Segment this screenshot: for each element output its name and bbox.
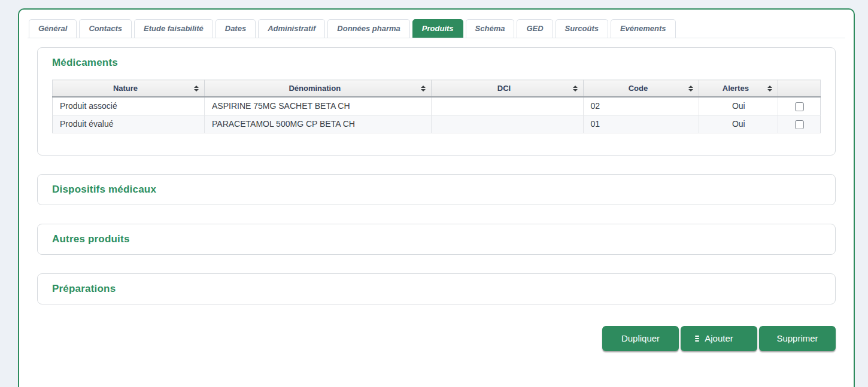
tab-schema[interactable]: Schéma: [466, 19, 515, 38]
column-header-alertes[interactable]: Alertes: [699, 80, 778, 97]
table-header-row: Nature Dénomination DCI Code: [53, 80, 821, 97]
cell-alertes: Oui: [699, 97, 778, 115]
column-header-code[interactable]: Code: [583, 80, 699, 97]
section-autres-produits[interactable]: Autres produits: [37, 224, 836, 255]
list-bars-icon: [695, 336, 699, 342]
tab-content: Médicaments Nature Dénomination: [37, 47, 836, 304]
column-header-label: Alertes: [723, 84, 749, 93]
table-row[interactable]: Produit évalué PARACETAMOL 500MG CP BETA…: [53, 115, 821, 133]
supprimer-button[interactable]: Supprimer: [759, 326, 836, 351]
cell-select: [778, 115, 821, 133]
column-header-label: Dénomination: [289, 84, 341, 93]
sort-icon: [573, 86, 578, 92]
tab-general[interactable]: Général: [29, 19, 77, 38]
tab-surcouts[interactable]: Surcoûts: [556, 19, 608, 38]
sort-icon: [767, 86, 772, 92]
cell-denomination: PARACETAMOL 500MG CP BETA CH: [205, 115, 431, 133]
row-checkbox[interactable]: [795, 102, 804, 111]
ajouter-button[interactable]: Ajouter: [681, 326, 757, 351]
section-title-dispositifs: Dispositifs médicaux: [52, 184, 821, 196]
tab-etude-faisabilite[interactable]: Etude faisabilité: [134, 19, 213, 38]
section-title-preparations: Préparations: [52, 283, 821, 295]
cell-denomination: ASPIRINE 75MG SACHET BETA CH: [205, 97, 431, 115]
column-header-dci[interactable]: DCI: [431, 80, 583, 97]
row-checkbox[interactable]: [795, 120, 804, 129]
column-header-nature[interactable]: Nature: [53, 80, 205, 97]
table-row[interactable]: Produit associé ASPIRINE 75MG SACHET BET…: [53, 97, 821, 115]
cell-alertes: Oui: [699, 115, 778, 133]
cell-dci: [431, 115, 583, 133]
cell-code: 02: [583, 97, 699, 115]
dupliquer-button[interactable]: Dupliquer: [602, 326, 679, 351]
cell-dci: [431, 97, 583, 115]
main-panel: Général Contacts Etude faisabilité Dates…: [18, 8, 855, 387]
tab-produits[interactable]: Produits: [412, 19, 463, 38]
section-preparations[interactable]: Préparations: [37, 273, 836, 304]
tab-ged[interactable]: GED: [517, 19, 553, 38]
cell-select: [778, 97, 821, 115]
section-title-autres: Autres produits: [52, 233, 821, 245]
cell-nature: Produit évalué: [53, 115, 205, 133]
column-header-select: [778, 80, 821, 97]
tab-administratif[interactable]: Administratif: [258, 19, 325, 38]
section-title-medicaments: Médicaments: [52, 57, 821, 69]
column-header-label: Nature: [113, 84, 138, 93]
tab-dates[interactable]: Dates: [216, 19, 256, 38]
medicaments-table: Nature Dénomination DCI Code: [52, 80, 821, 133]
section-dispositifs-medicaux[interactable]: Dispositifs médicaux: [37, 174, 836, 205]
column-header-label: Code: [629, 84, 648, 93]
tab-evenements[interactable]: Evénements: [611, 19, 676, 38]
tab-contacts[interactable]: Contacts: [79, 19, 132, 38]
sort-icon: [421, 86, 426, 92]
sort-icon: [688, 86, 693, 92]
sort-icon: [194, 86, 199, 92]
column-header-label: DCI: [497, 84, 511, 93]
section-medicaments: Médicaments Nature Dénomination: [37, 47, 836, 156]
tab-bar: Général Contacts Etude faisabilité Dates…: [28, 19, 845, 38]
column-header-denomination[interactable]: Dénomination: [205, 80, 431, 97]
cell-nature: Produit associé: [53, 97, 205, 115]
ajouter-button-label: Ajouter: [705, 333, 733, 343]
cell-code: 01: [583, 115, 699, 133]
tab-donnees-pharma[interactable]: Données pharma: [327, 19, 409, 38]
action-bar: Dupliquer Ajouter Supprimer: [37, 326, 836, 351]
